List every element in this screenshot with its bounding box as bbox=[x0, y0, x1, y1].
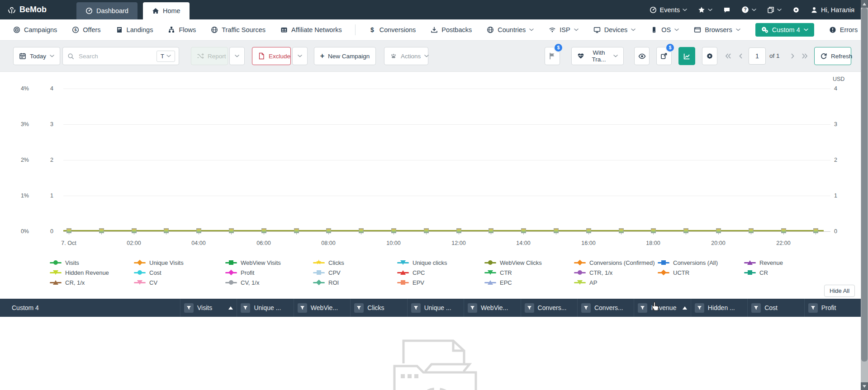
exclude-button[interactable]: Exclude bbox=[252, 47, 291, 65]
legend-item[interactable]: AP bbox=[574, 279, 658, 286]
legend-item[interactable]: CV, 1/x bbox=[225, 279, 313, 286]
table-header-hidden[interactable]: Hidden ... bbox=[691, 299, 747, 317]
column-filter-button[interactable] bbox=[581, 303, 591, 313]
new-campaign-button[interactable]: + New Campaign bbox=[314, 47, 376, 65]
date-range-button[interactable]: Today bbox=[13, 47, 60, 65]
table-header-custom-4[interactable]: Custom 4 bbox=[0, 299, 180, 317]
legend-item[interactable]: CTR, 1/x bbox=[574, 269, 658, 276]
feedback-button[interactable] bbox=[723, 6, 730, 14]
tab-home[interactable]: Home bbox=[143, 2, 190, 19]
nav-conversions[interactable]: $Conversions bbox=[369, 26, 416, 33]
legend-item[interactable]: ★ Clicks bbox=[313, 259, 397, 266]
legend-item[interactable]: WebView Clicks bbox=[484, 259, 574, 266]
legend-item[interactable]: Conversions (All) bbox=[658, 259, 744, 266]
legend-item[interactable]: CPC bbox=[397, 269, 484, 276]
nav-campaigns[interactable]: Campaigns bbox=[13, 26, 57, 33]
legend-item[interactable]: ROI bbox=[313, 279, 397, 286]
column-filter-button[interactable] bbox=[695, 303, 704, 313]
chart-data-point[interactable] bbox=[196, 228, 201, 233]
report-button[interactable]: Report bbox=[191, 47, 228, 65]
table-header-webvie[interactable]: WebVie... bbox=[294, 299, 350, 317]
table-header-visits[interactable]: Visits bbox=[180, 299, 237, 317]
settings-button[interactable] bbox=[792, 6, 800, 14]
table-settings-button[interactable] bbox=[702, 47, 717, 65]
next-page-button[interactable] bbox=[788, 47, 797, 65]
chart-data-point[interactable] bbox=[326, 228, 331, 233]
chart-data-point[interactable] bbox=[456, 228, 461, 233]
chart-data-point[interactable] bbox=[99, 228, 104, 233]
nav-custom-4[interactable]: Custom 4 bbox=[755, 23, 814, 37]
column-filter-button[interactable] bbox=[525, 303, 534, 313]
search-type-dropdown[interactable]: T bbox=[157, 51, 175, 62]
last-page-button[interactable] bbox=[799, 47, 811, 65]
chart-data-point[interactable] bbox=[424, 228, 429, 233]
bemob-logo[interactable]: BeMob bbox=[0, 5, 55, 14]
nav-offers[interactable]: $Offers bbox=[72, 26, 100, 33]
chart-toggle-button[interactable] bbox=[678, 47, 695, 65]
chart-data-point[interactable] bbox=[619, 228, 624, 233]
chart-data-point[interactable] bbox=[164, 228, 169, 233]
chart-data-point[interactable] bbox=[781, 228, 786, 233]
page-number-input[interactable] bbox=[749, 47, 766, 65]
chart-data-point[interactable] bbox=[391, 228, 396, 233]
nav-os[interactable]: OS bbox=[650, 26, 679, 33]
legend-item[interactable]: CV bbox=[134, 279, 225, 286]
nav-isp[interactable]: ISP bbox=[549, 26, 578, 33]
nav-traffic-sources[interactable]: Traffic Sources bbox=[211, 26, 266, 33]
legend-item[interactable]: CR bbox=[744, 269, 830, 276]
column-filter-button[interactable] bbox=[184, 303, 194, 313]
legend-item[interactable]: WebView Visits bbox=[225, 259, 313, 266]
table-header-clicks[interactable]: Clicks bbox=[350, 299, 407, 317]
scrollbar-thumb[interactable] bbox=[861, 8, 868, 362]
user-menu[interactable]: Hi, Наталія bbox=[811, 6, 854, 14]
legend-item[interactable]: Unique Visits bbox=[134, 259, 225, 266]
prev-page-button[interactable] bbox=[736, 47, 745, 65]
chart-data-point[interactable] bbox=[813, 228, 818, 233]
legend-item[interactable]: CPV bbox=[313, 269, 397, 276]
chart-data-point[interactable] bbox=[651, 228, 656, 233]
nav-devices[interactable]: Devices bbox=[593, 26, 636, 33]
nav-browsers[interactable]: Browsers bbox=[694, 26, 740, 33]
legend-item[interactable]: Hidden Revenue bbox=[50, 269, 134, 276]
nav-flows[interactable]: Flows bbox=[168, 26, 196, 33]
favorites-menu[interactable] bbox=[698, 6, 712, 14]
chart-data-point[interactable] bbox=[521, 228, 526, 233]
column-filter-button[interactable] bbox=[468, 303, 477, 313]
chart-data-point[interactable] bbox=[683, 228, 688, 233]
resources-menu[interactable] bbox=[767, 6, 782, 14]
exclude-dropdown-button[interactable] bbox=[292, 47, 308, 65]
chart-data-point[interactable] bbox=[229, 228, 234, 233]
refresh-button[interactable]: Refresh bbox=[814, 47, 851, 65]
legend-item[interactable]: Visits bbox=[50, 259, 134, 266]
legend-item[interactable]: EPC bbox=[484, 279, 574, 286]
table-header-profit[interactable]: Profit bbox=[804, 299, 861, 317]
hide-all-button[interactable]: Hide All bbox=[824, 285, 855, 297]
legend-item[interactable]: CTR bbox=[484, 269, 574, 276]
visibility-button[interactable] bbox=[634, 47, 650, 65]
legend-item[interactable]: Revenue bbox=[744, 259, 830, 266]
chart-data-point[interactable] bbox=[749, 228, 754, 233]
column-filter-button[interactable] bbox=[298, 303, 307, 313]
nav-landings[interactable]: Landings bbox=[116, 26, 153, 33]
actions-button[interactable]: Actions bbox=[384, 47, 428, 65]
first-page-button[interactable] bbox=[722, 47, 734, 65]
table-header-convers[interactable]: Convers... bbox=[521, 299, 577, 317]
table-header-unique[interactable]: Unique ... bbox=[237, 299, 293, 317]
legend-item[interactable]: UCTR bbox=[658, 269, 744, 276]
chart-data-point[interactable] bbox=[359, 228, 364, 233]
chart-data-point[interactable] bbox=[554, 228, 559, 233]
tab-dashboard[interactable]: Dashboard bbox=[76, 2, 138, 19]
scroll-down-button[interactable] bbox=[861, 382, 868, 390]
scroll-up-button[interactable] bbox=[861, 0, 868, 8]
search-input[interactable] bbox=[78, 52, 153, 60]
legend-item[interactable]: Cost bbox=[134, 269, 225, 276]
column-filter-button[interactable] bbox=[638, 303, 647, 313]
report-dropdown-button[interactable] bbox=[229, 47, 245, 65]
table-header-convers[interactable]: Convers... bbox=[577, 299, 634, 317]
chart-data-point[interactable] bbox=[586, 228, 591, 233]
legend-item[interactable]: Unique clicks bbox=[397, 259, 484, 266]
table-header-cost[interactable]: Cost bbox=[747, 299, 804, 317]
nav-errors[interactable]: Errors bbox=[829, 26, 858, 33]
nav-affiliate-networks[interactable]: Affiliate Networks bbox=[280, 26, 342, 33]
traffic-filter-dropdown[interactable]: With Tra... bbox=[571, 47, 624, 65]
